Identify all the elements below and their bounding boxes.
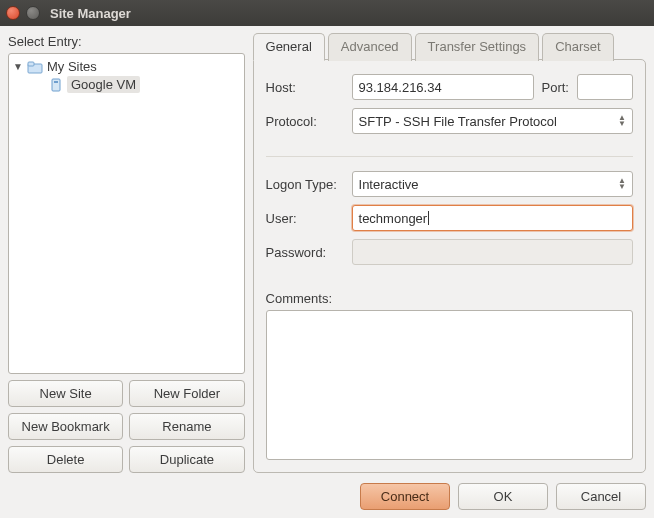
minimize-icon[interactable] — [26, 6, 40, 20]
duplicate-button[interactable]: Duplicate — [129, 446, 244, 473]
host-input[interactable] — [352, 74, 534, 100]
site-action-buttons: New Site New Folder New Bookmark Rename … — [8, 380, 245, 473]
tree-root[interactable]: ▼ My Sites — [11, 58, 242, 75]
upper-panes: Select Entry: ▼ My Sites — [8, 32, 646, 473]
tab-general[interactable]: General — [253, 33, 325, 61]
chevron-down-icon[interactable]: ▼ — [13, 61, 23, 72]
logon-type-value: Interactive — [359, 177, 419, 192]
text-caret — [428, 211, 429, 225]
user-input[interactable]: techmonger — [352, 205, 633, 231]
protocol-value: SFTP - SSH File Transfer Protocol — [359, 114, 557, 129]
tree-item-label: Google VM — [67, 76, 140, 93]
svg-rect-2 — [52, 79, 60, 91]
updown-icon: ▲▼ — [618, 115, 626, 127]
comments-label: Comments: — [266, 291, 633, 306]
cancel-button[interactable]: Cancel — [556, 483, 646, 510]
tree-item[interactable]: Google VM — [11, 75, 242, 94]
comments-textarea[interactable] — [266, 310, 633, 460]
site-manager-window: Site Manager Select Entry: ▼ My Sites — [0, 0, 654, 518]
server-icon — [49, 78, 63, 92]
tree-root-label: My Sites — [47, 59, 97, 74]
close-icon[interactable] — [6, 6, 20, 20]
connect-button[interactable]: Connect — [360, 483, 450, 510]
protocol-select[interactable]: SFTP - SSH File Transfer Protocol ▲▼ — [352, 108, 633, 134]
right-pane: General Advanced Transfer Settings Chars… — [253, 32, 646, 473]
folder-icon — [27, 60, 43, 74]
dialog-footer: Connect OK Cancel — [8, 473, 646, 510]
tab-advanced[interactable]: Advanced — [328, 33, 412, 61]
port-label: Port: — [542, 80, 569, 95]
titlebar: Site Manager — [0, 0, 654, 26]
general-panel: Host: Port: Protocol: SFTP - SSH File Tr… — [253, 59, 646, 473]
ok-button[interactable]: OK — [458, 483, 548, 510]
protocol-label: Protocol: — [266, 114, 344, 129]
new-bookmark-button[interactable]: New Bookmark — [8, 413, 123, 440]
logon-type-label: Logon Type: — [266, 177, 344, 192]
password-input — [352, 239, 633, 265]
tab-charset[interactable]: Charset — [542, 33, 614, 61]
left-pane: Select Entry: ▼ My Sites — [8, 32, 245, 473]
logon-type-select[interactable]: Interactive ▲▼ — [352, 171, 633, 197]
select-entry-label: Select Entry: — [8, 34, 245, 49]
user-value: techmonger — [359, 211, 428, 226]
svg-rect-3 — [54, 81, 58, 83]
updown-icon: ▲▼ — [618, 178, 626, 190]
new-site-button[interactable]: New Site — [8, 380, 123, 407]
port-input[interactable] — [577, 74, 633, 100]
user-label: User: — [266, 211, 344, 226]
new-folder-button[interactable]: New Folder — [129, 380, 244, 407]
site-tree[interactable]: ▼ My Sites Google VM — [8, 53, 245, 374]
svg-rect-1 — [28, 62, 34, 66]
delete-button[interactable]: Delete — [8, 446, 123, 473]
divider — [266, 156, 633, 157]
host-label: Host: — [266, 80, 344, 95]
content-area: Select Entry: ▼ My Sites — [0, 26, 654, 518]
rename-button[interactable]: Rename — [129, 413, 244, 440]
tab-bar: General Advanced Transfer Settings Chars… — [253, 32, 646, 60]
window-title: Site Manager — [50, 6, 131, 21]
tab-transfer-settings[interactable]: Transfer Settings — [415, 33, 540, 61]
password-label: Password: — [266, 245, 344, 260]
